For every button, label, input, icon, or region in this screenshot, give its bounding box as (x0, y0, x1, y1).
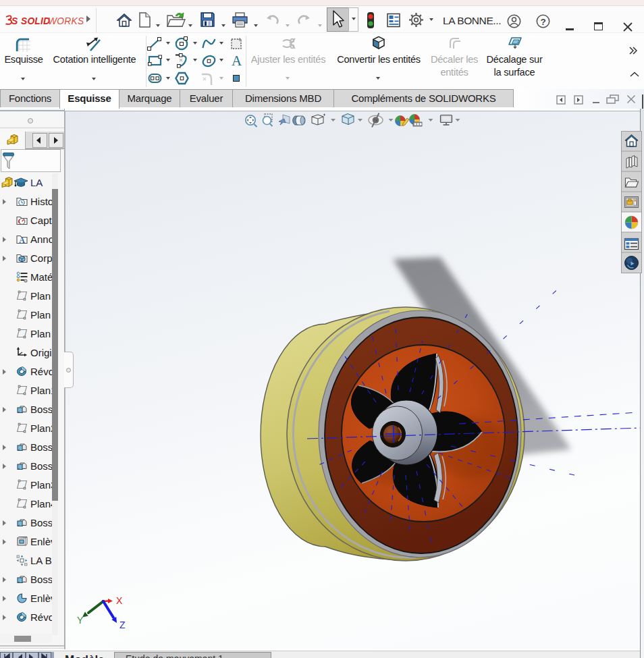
svg-text:X: X (116, 595, 123, 606)
svg-text:Y: Y (77, 615, 84, 626)
svg-text:Z: Z (119, 620, 126, 630)
